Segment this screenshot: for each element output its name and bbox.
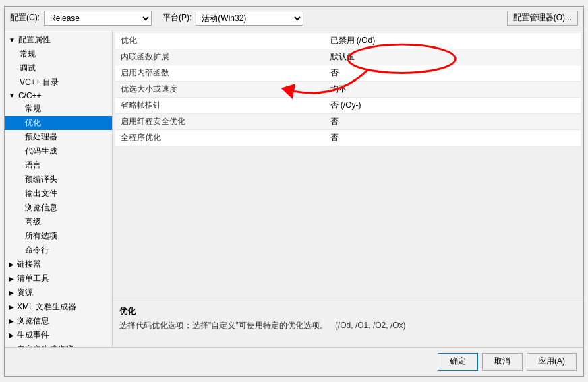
browse-expand-icon: ▶ (9, 317, 14, 325)
property-value: 均不 (325, 81, 581, 97)
sidebar-item-vc-dirs[interactable]: VC++ 目录 (5, 75, 112, 90)
sidebar-manifest-label: 清单工具 (17, 273, 49, 284)
expand-icon: ▼ (9, 36, 16, 44)
sidebar-item-cpp-cmdline[interactable]: 命令行 (5, 243, 112, 257)
build-events-expand-icon: ▶ (9, 331, 14, 339)
property-name: 内联函数扩展 (115, 49, 325, 65)
property-value: 否 (325, 65, 581, 81)
table-row[interactable]: 优选大小或速度均不 (115, 81, 581, 97)
sidebar-linker-label: 链接器 (17, 259, 41, 270)
table-row[interactable]: 优化已禁用 (/Od) (115, 33, 581, 49)
property-name: 省略帧指针 (115, 97, 325, 113)
property-name: 优选大小或速度 (115, 81, 325, 97)
manifest-expand-icon: ▶ (9, 275, 14, 282)
table-row[interactable]: 启用纤程安全优化否 (115, 113, 581, 129)
sidebar-xml-group[interactable]: ▶ XML 文档生成器 (5, 300, 112, 314)
description-panel: 优化 选择代码优化选项；选择"自定义"可使用特定的优化选项。 (/Od, /O1… (113, 300, 583, 347)
button-row: 确定 取消 应用(A) (5, 347, 583, 376)
sidebar-build-events-label: 生成事件 (17, 329, 49, 341)
config-label: 配置(C): (10, 12, 40, 24)
properties-table: 优化已禁用 (/Od)内联函数扩展默认值启用内部函数否优选大小或速度均不省略帧指… (113, 30, 583, 300)
properties-grid: 优化已禁用 (/Od)内联函数扩展默认值启用内部函数否优选大小或速度均不省略帧指… (115, 33, 581, 146)
sidebar-root[interactable]: ▼ 配置属性 (5, 33, 112, 47)
sidebar-item-cpp-optimize[interactable]: 优化 (5, 116, 112, 130)
property-name: 启用纤程安全优化 (115, 113, 325, 129)
description-text: 选择代码优化选项；选择"自定义"可使用特定的优化选项。 (/Od, /O1, /… (119, 320, 577, 331)
sidebar-item-general[interactable]: 常规 (5, 47, 112, 61)
sidebar-root-label: 配置属性 (18, 34, 51, 46)
property-name: 全程序优化 (115, 129, 325, 146)
sidebar-cpp-group[interactable]: ▼ C/C++ (5, 90, 112, 102)
sidebar-browse-group[interactable]: ▶ 浏览信息 (5, 314, 112, 328)
sidebar: ▼ 配置属性 常规 调试 VC++ 目录 ▼ C/C++ 常规 优化 预处理器 … (5, 30, 113, 347)
property-name: 启用内部函数 (115, 65, 325, 81)
sidebar-item-cpp-advanced[interactable]: 高级 (5, 215, 112, 229)
apply-button[interactable]: 应用(A) (527, 353, 577, 371)
sidebar-item-cpp-language[interactable]: 语言 (5, 158, 112, 172)
table-row[interactable]: 启用内部函数否 (115, 65, 581, 81)
sidebar-resource-label: 资源 (17, 287, 33, 298)
linker-expand-icon: ▶ (9, 261, 14, 268)
main-content: ▼ 配置属性 常规 调试 VC++ 目录 ▼ C/C++ 常规 优化 预处理器 … (5, 30, 583, 347)
resource-expand-icon: ▶ (9, 289, 14, 296)
description-title: 优化 (119, 306, 577, 317)
sidebar-item-cpp-browse[interactable]: 浏览信息 (5, 201, 112, 215)
sidebar-resource-group[interactable]: ▶ 资源 (5, 286, 112, 300)
sidebar-cpp-label: C/C++ (18, 91, 42, 100)
ok-button[interactable]: 确定 (438, 353, 478, 371)
sidebar-build-events-group[interactable]: ▶ 生成事件 (5, 328, 112, 342)
sidebar-item-cpp-codegen[interactable]: 代码生成 (5, 144, 112, 158)
property-name: 优化 (115, 33, 325, 49)
sidebar-linker-group[interactable]: ▶ 链接器 (5, 257, 112, 272)
table-row[interactable]: 内联函数扩展默认值 (115, 49, 581, 65)
sidebar-custom-build-group[interactable]: ▶ 自定义生成步骤 (5, 342, 112, 347)
property-value: 默认值 (325, 49, 581, 65)
property-value: 否 (/Oy-) (325, 97, 581, 113)
sidebar-item-cpp-output[interactable]: 输出文件 (5, 187, 112, 201)
cpp-expand-icon: ▼ (9, 92, 16, 99)
sidebar-browse-label: 浏览信息 (17, 315, 49, 327)
property-value: 否 (325, 113, 581, 129)
description-main: 选择代码优化选项；选择"自定义"可使用特定的优化选项。 (119, 321, 328, 330)
sidebar-manifest-group[interactable]: ▶ 清单工具 (5, 272, 112, 286)
cancel-button[interactable]: 取消 (482, 353, 523, 371)
sidebar-xml-label: XML 文档生成器 (17, 301, 76, 313)
description-options: (/Od, /O1, /O2, /Ox) (335, 321, 406, 330)
sidebar-item-debug[interactable]: 调试 (5, 61, 112, 75)
table-row[interactable]: 省略帧指针否 (/Oy-) (115, 97, 581, 113)
config-manager-button[interactable]: 配置管理器(O)... (507, 11, 578, 26)
sidebar-item-cpp-all[interactable]: 所有选项 (5, 229, 112, 243)
right-panel-wrapper: 优化已禁用 (/Od)内联函数扩展默认值启用内部函数否优选大小或速度均不省略帧指… (113, 30, 583, 347)
xml-expand-icon: ▶ (9, 303, 14, 311)
platform-select[interactable]: 活动(Win32) (196, 11, 303, 26)
toolbar: 配置(C): Release 平台(P): 活动(Win32) 配置管理器(O)… (5, 7, 583, 30)
platform-label: 平台(P): (163, 12, 192, 24)
property-value: 已禁用 (/Od) (325, 33, 581, 49)
table-row[interactable]: 全程序优化否 (115, 129, 581, 146)
sidebar-item-cpp-pch[interactable]: 预编译头 (5, 172, 112, 187)
config-select[interactable]: Release (44, 11, 152, 26)
sidebar-item-cpp-general[interactable]: 常规 (5, 102, 112, 116)
property-value: 否 (325, 129, 581, 146)
sidebar-item-cpp-preprocessor[interactable]: 预处理器 (5, 130, 112, 144)
